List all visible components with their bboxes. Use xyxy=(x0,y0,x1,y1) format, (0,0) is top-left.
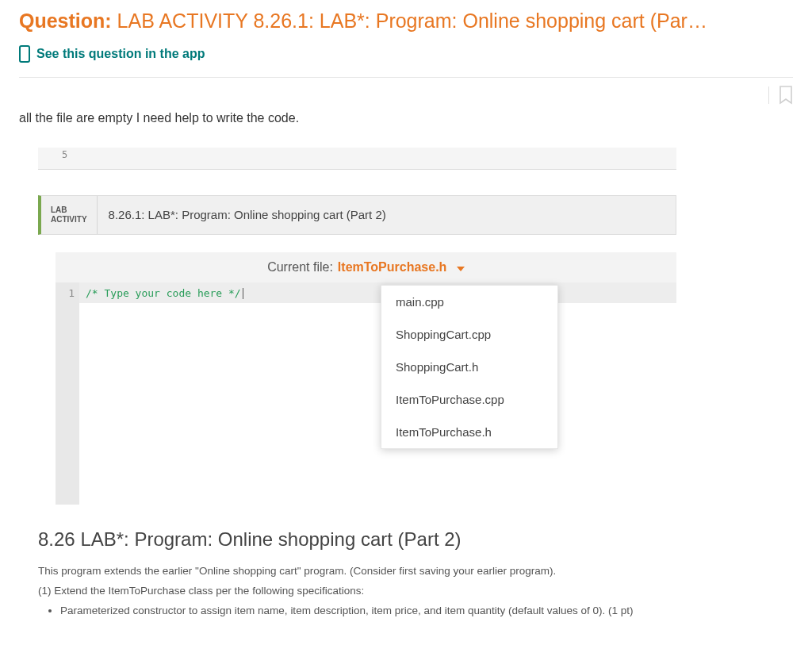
current-file-name: ItemToPurchase.h xyxy=(338,260,447,274)
current-file-bar: Current file: ItemToPurchase.h main.cpp … xyxy=(56,252,676,282)
question-text: LAB ACTIVITY 8.26.1: LAB*: Program: Onli… xyxy=(117,10,707,32)
lab-title: 8.26.1: LAB*: Program: Online shopping c… xyxy=(98,196,386,234)
current-file-selector[interactable]: ItemToPurchase.h xyxy=(338,260,465,275)
code-placeholder-comment: /* Type your code here */ xyxy=(86,287,241,299)
code-editor[interactable]: 1 /* Type your code here */ xyxy=(56,282,676,505)
line-number: 1 xyxy=(68,287,75,299)
question-title: Question: LAB ACTIVITY 8.26.1: LAB*: Pro… xyxy=(19,8,793,34)
lab-activity-panel: 5 LAB ACTIVITY 8.26.1: LAB*: Program: On… xyxy=(38,148,676,505)
current-file-label: Current file: xyxy=(267,260,333,275)
separator xyxy=(768,86,769,104)
description-heading: 8.26 LAB*: Program: Online shopping cart… xyxy=(38,528,793,551)
badge-line2: ACTIVITY xyxy=(51,215,87,225)
description-bullet: Parameterized constructor to assign item… xyxy=(60,605,793,616)
dropdown-item[interactable]: main.cpp xyxy=(381,286,557,318)
text-cursor xyxy=(243,288,243,299)
bookmark-icon[interactable] xyxy=(779,86,793,105)
file-dropdown: main.cpp ShoppingCart.cpp ShoppingCart.h… xyxy=(381,285,558,449)
code-line: /* Type your code here */ xyxy=(79,282,676,303)
see-in-app-label: See this question in the app xyxy=(36,47,205,61)
code-empty-area xyxy=(79,303,676,505)
phone-icon xyxy=(19,45,30,63)
lab-activity-badge: LAB ACTIVITY xyxy=(41,196,98,234)
description-paragraph: This program extends the earlier "Online… xyxy=(38,565,793,577)
dropdown-item[interactable]: ItemToPurchase.h xyxy=(381,416,557,448)
description-paragraph: (1) Extend the ItemToPurchase class per … xyxy=(38,585,793,597)
dropdown-item[interactable]: ShoppingCart.h xyxy=(381,351,557,383)
sliver-line-number: 5 xyxy=(62,149,67,160)
lab-description: 8.26 LAB*: Program: Online shopping cart… xyxy=(38,528,793,616)
see-in-app-link[interactable]: See this question in the app xyxy=(19,45,793,63)
question-label: Question: xyxy=(19,10,117,32)
lab-header: LAB ACTIVITY 8.26.1: LAB*: Program: Onli… xyxy=(38,195,676,235)
line-gutter: 1 xyxy=(56,282,79,505)
chevron-down-icon xyxy=(457,267,465,271)
question-body-text: all the file are empty I need help to wr… xyxy=(19,111,793,125)
badge-line1: LAB xyxy=(51,205,87,215)
dropdown-item[interactable]: ItemToPurchase.cpp xyxy=(381,383,557,416)
editor-sliver: 5 xyxy=(38,148,676,170)
dropdown-item[interactable]: ShoppingCart.cpp xyxy=(381,318,557,351)
